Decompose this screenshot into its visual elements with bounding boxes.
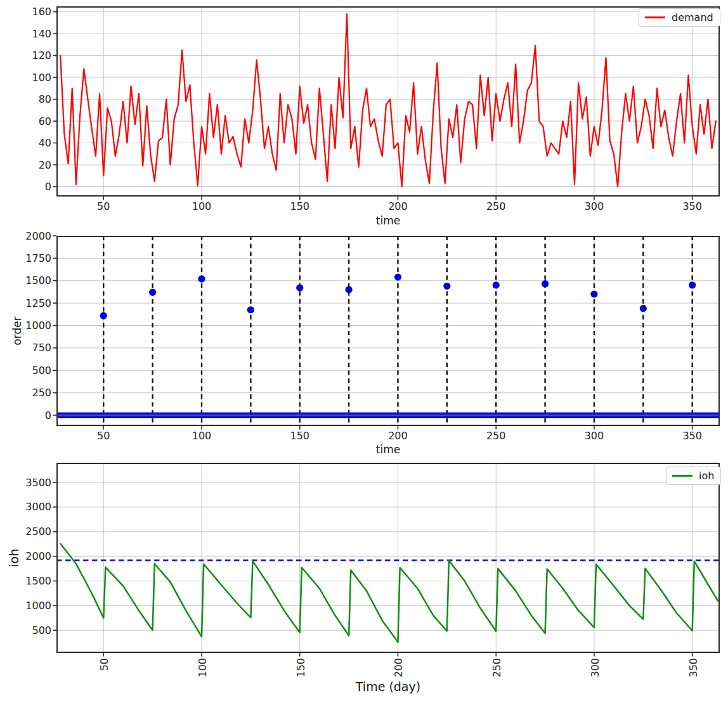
y-tick-label: 1500 bbox=[15, 575, 51, 587]
x-tick-label: 200 bbox=[393, 658, 405, 678]
y-tick-label: 1000 bbox=[15, 319, 51, 332]
x-tick-label: 100 bbox=[197, 658, 209, 678]
ioh-chart bbox=[56, 463, 720, 653]
order-point bbox=[591, 291, 597, 297]
y-tick-label: 500 bbox=[15, 364, 51, 377]
order-chart bbox=[56, 236, 720, 426]
y-tick-label: 20 bbox=[15, 159, 51, 171]
demand-xaxis-label: time bbox=[56, 214, 720, 227]
order-point bbox=[150, 289, 156, 295]
y-tick-label: 750 bbox=[15, 342, 51, 354]
y-tick-label: 500 bbox=[15, 624, 51, 636]
order-point bbox=[493, 282, 499, 288]
order-point bbox=[689, 282, 696, 288]
ioh-legend-label: ioh bbox=[699, 470, 714, 482]
ioh-legend: ioh bbox=[666, 467, 721, 485]
x-tick-label: 300 bbox=[589, 658, 601, 678]
x-tick-label: 250 bbox=[477, 200, 515, 212]
ioh-legend-line-swatch bbox=[672, 475, 692, 477]
demand-legend-line-swatch bbox=[645, 16, 665, 18]
y-tick-label: 2000 bbox=[15, 230, 51, 242]
order-point bbox=[247, 307, 254, 313]
demand-legend-label: demand bbox=[672, 11, 713, 23]
demand-legend: demand bbox=[639, 8, 720, 27]
y-tick-label: 0 bbox=[15, 410, 51, 422]
y-tick-label: 1750 bbox=[15, 252, 51, 264]
x-tick-label: 50 bbox=[98, 658, 110, 671]
x-tick-label: 350 bbox=[687, 658, 699, 678]
y-tick-label: 2000 bbox=[15, 550, 51, 562]
x-tick-label: 250 bbox=[491, 658, 503, 678]
x-tick-label: 350 bbox=[673, 200, 712, 212]
ioh-series-line bbox=[60, 544, 718, 642]
y-tick-label: 3000 bbox=[15, 501, 51, 513]
x-tick-label: 300 bbox=[575, 200, 613, 212]
y-tick-label: 60 bbox=[15, 115, 51, 127]
axes-spine bbox=[57, 236, 719, 425]
x-tick-label: 300 bbox=[575, 430, 613, 442]
x-tick-label: 250 bbox=[477, 430, 515, 442]
demand-series-line bbox=[60, 14, 716, 186]
axes-spine bbox=[57, 463, 719, 652]
order-point bbox=[640, 306, 646, 312]
y-tick-label: 1250 bbox=[15, 297, 51, 309]
order-point bbox=[346, 287, 352, 293]
y-tick-label: 120 bbox=[15, 49, 51, 61]
y-tick-label: 140 bbox=[15, 28, 51, 40]
order-point bbox=[297, 285, 303, 291]
y-tick-label: 1500 bbox=[15, 274, 51, 287]
order-point bbox=[444, 283, 450, 289]
order-point bbox=[394, 274, 401, 280]
x-tick-label: 50 bbox=[84, 430, 122, 442]
y-tick-label: 3500 bbox=[15, 477, 51, 489]
x-tick-label: 350 bbox=[673, 430, 712, 442]
order-point bbox=[198, 276, 205, 282]
ioh-xaxis-label: Time (day) bbox=[56, 680, 720, 693]
x-tick-label: 200 bbox=[379, 200, 417, 212]
demand-chart bbox=[56, 6, 720, 197]
y-tick-label: 40 bbox=[15, 137, 51, 149]
y-tick-label: 250 bbox=[15, 387, 51, 399]
figure: time time order Time (day) ioh demand io… bbox=[0, 0, 728, 703]
x-tick-label: 200 bbox=[379, 430, 417, 442]
y-tick-label: 0 bbox=[15, 181, 51, 193]
order-point bbox=[100, 313, 107, 319]
y-tick-label: 100 bbox=[15, 72, 51, 84]
y-tick-label: 1000 bbox=[15, 600, 51, 612]
x-tick-label: 50 bbox=[84, 200, 122, 212]
x-tick-label: 100 bbox=[183, 200, 221, 212]
order-xaxis-label: time bbox=[56, 443, 720, 456]
y-tick-label: 2500 bbox=[15, 526, 51, 538]
x-tick-label: 100 bbox=[183, 430, 221, 442]
y-tick-label: 80 bbox=[15, 93, 51, 105]
x-tick-label: 150 bbox=[281, 200, 319, 212]
x-tick-label: 150 bbox=[295, 658, 307, 678]
order-point bbox=[542, 281, 549, 287]
y-tick-label: 160 bbox=[15, 6, 51, 18]
x-tick-label: 150 bbox=[281, 430, 319, 442]
